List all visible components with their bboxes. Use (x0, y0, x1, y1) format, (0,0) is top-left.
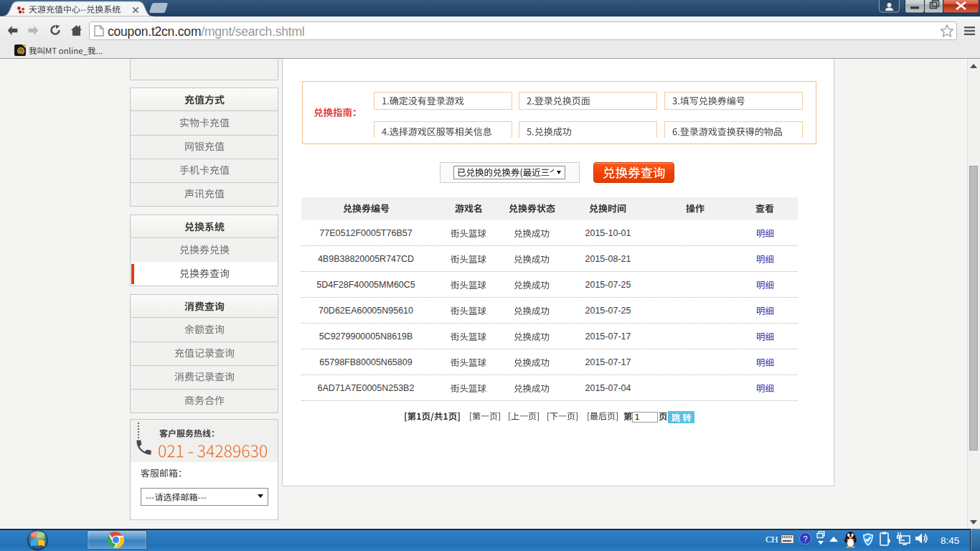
svg-text:?: ? (803, 534, 807, 543)
